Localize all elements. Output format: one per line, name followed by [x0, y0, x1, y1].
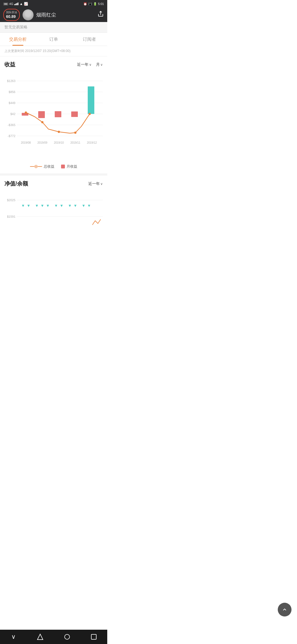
svg-text:▼: ▼: [40, 203, 44, 208]
signal-bars: [14, 2, 18, 5]
svg-text:$2025: $2025: [7, 198, 15, 202]
net-header: 净值/余额 近一年 ∨: [4, 180, 103, 187]
chevron-down-icon: ∨: [89, 63, 92, 67]
avatar-image: [23, 9, 34, 20]
profit-chart-section: 收益 近一年 ∨ 月 ∨ $1263 $856 $449 $42: [0, 56, 107, 173]
chart-controls: 近一年 ∨ 月 ∨: [77, 62, 103, 67]
status-bar: HD 4G ▲ 📈 ⏰ 📳 🔋 5:01: [0, 0, 107, 8]
chart-header: 收益 近一年 ∨ 月 ∨: [4, 61, 103, 68]
commodity-label: 国际原油: [6, 10, 17, 14]
battery-icon: 🔋: [93, 2, 97, 6]
svg-rect-19: [38, 111, 45, 118]
svg-text:2019/10: 2019/10: [54, 141, 64, 144]
legend-total-label: 总收益: [44, 164, 54, 169]
svg-rect-20: [55, 111, 61, 117]
status-right: ⏰ 📳 🔋 5:01: [83, 2, 104, 6]
tab-bar: 交易分析 订单 订阅者: [0, 33, 107, 46]
tab-subscribers[interactable]: 订阅者: [72, 33, 107, 46]
svg-point-27: [89, 113, 91, 115]
legend-month-icon: [61, 165, 65, 168]
price-badge[interactable]: 国际原油 60.89: [3, 9, 20, 21]
svg-text:▼: ▼: [46, 203, 50, 208]
svg-text:▼: ▼: [35, 203, 39, 208]
net-filter[interactable]: 近一年 ∨: [88, 181, 103, 186]
svg-text:▼: ▼: [87, 203, 91, 208]
legend-month-label: 月收益: [67, 164, 77, 169]
svg-text:$856: $856: [9, 90, 15, 94]
chevron-down-icon-2: ∨: [100, 63, 103, 67]
svg-text:-$772: -$772: [8, 134, 15, 138]
profit-chart-area: $1263 $856 $449 $42 -$365 -$772 2019/08 …: [4, 73, 103, 161]
avatar[interactable]: [23, 9, 34, 20]
user-name: 烟雨红尘: [36, 12, 97, 18]
filter-period[interactable]: 近一年 ∨: [77, 62, 92, 67]
filter-granularity[interactable]: 月 ∨: [96, 62, 103, 67]
net-title: 净值/余额: [4, 180, 28, 187]
hd-badge: HD: [3, 2, 8, 6]
profit-chart-svg: $1263 $856 $449 $42 -$365 -$772 2019/08 …: [4, 73, 103, 161]
upload-icon: ▲: [20, 2, 23, 6]
svg-text:$1591: $1591: [7, 215, 15, 218]
tab-trading-analysis[interactable]: 交易分析: [0, 33, 36, 46]
sub-header: 暂无交易策略: [0, 22, 107, 33]
price-value: 60.89: [6, 14, 17, 19]
legend-total: 总收益: [30, 164, 54, 169]
svg-text:2019/09: 2019/09: [37, 141, 48, 144]
status-left: HD 4G ▲ 📈: [3, 2, 28, 6]
share-icon[interactable]: [97, 11, 104, 19]
svg-text:▼: ▼: [82, 203, 86, 208]
svg-text:-$365: -$365: [8, 123, 15, 127]
strategy-text: 暂无交易策略: [4, 25, 28, 29]
svg-text:2019/11: 2019/11: [70, 141, 81, 144]
svg-text:▼: ▼: [54, 203, 58, 208]
update-time: 上次更新时间 2019/12/07 15:20(GMT+08:00): [0, 46, 107, 56]
vibrate-icon: 📳: [88, 2, 92, 6]
chart-title: 收益: [4, 61, 15, 68]
svg-text:$449: $449: [9, 101, 15, 105]
svg-point-24: [41, 121, 43, 123]
net-chart-area: $2025 $1591 ▼ ▼ ▼ ▼ ▼ ▼ ▼ ▼ ▼ ▼ ▼: [4, 192, 103, 241]
svg-point-25: [58, 131, 60, 133]
svg-text:$1263: $1263: [7, 79, 15, 83]
tab-orders[interactable]: 订单: [36, 33, 72, 46]
svg-rect-21: [71, 111, 78, 117]
chevron-down-icon-3: ∨: [100, 182, 103, 186]
net-chart-svg: $2025 $1591 ▼ ▼ ▼ ▼ ▼ ▼ ▼ ▼ ▼ ▼ ▼: [4, 192, 103, 241]
network-type: 4G: [9, 2, 13, 6]
svg-text:▼: ▼: [68, 203, 72, 208]
svg-rect-22: [88, 86, 94, 114]
svg-text:▼: ▼: [60, 203, 64, 208]
svg-text:▼: ▼: [27, 203, 31, 208]
svg-point-23: [25, 111, 27, 114]
section-divider: [0, 173, 107, 176]
svg-text:2019/12: 2019/12: [87, 141, 97, 144]
svg-text:▼: ▼: [21, 203, 25, 208]
chart-legend: 总收益 月收益: [4, 161, 103, 173]
svg-point-26: [74, 132, 76, 134]
svg-text:2019/08: 2019/08: [21, 141, 31, 144]
legend-month: 月收益: [61, 164, 77, 169]
svg-text:$42: $42: [10, 112, 15, 116]
alarm-icon: ⏰: [83, 2, 87, 6]
svg-text:▼: ▼: [73, 203, 77, 208]
clock-display: 5:01: [98, 2, 104, 6]
net-value-section: 净值/余额 近一年 ∨ $2025 $1591 ▼ ▼ ▼ ▼ ▼ ▼ ▼ ▼ …: [0, 176, 107, 241]
activity-icon: 📈: [24, 2, 28, 6]
app-header: 国际原油 60.89 烟雨红尘: [0, 8, 107, 22]
